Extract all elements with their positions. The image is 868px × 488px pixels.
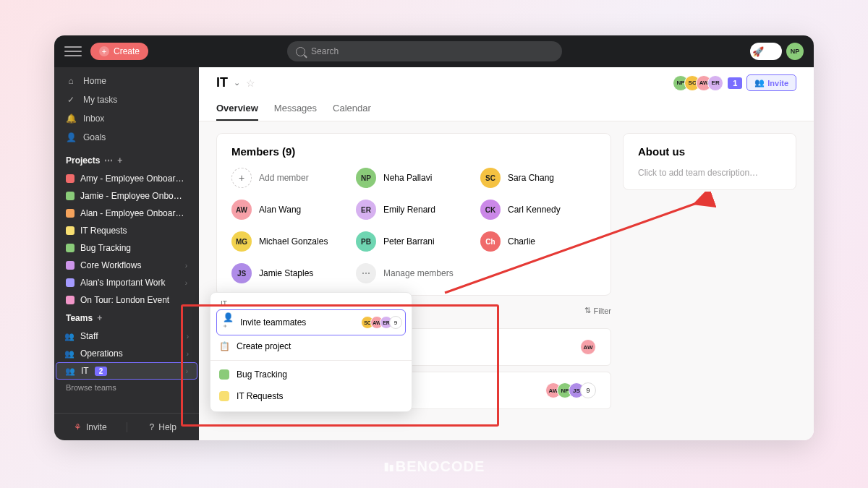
- member-name: Jamie Staples: [259, 268, 313, 278]
- dropdown-label: IT Requests: [237, 391, 283, 401]
- avatar: JS: [231, 263, 252, 283]
- sidebar-project-item[interactable]: Alan's Important Work›: [54, 274, 199, 291]
- member-item[interactable]: AWAlan Wang: [231, 200, 347, 220]
- filter-icon: ⇅: [584, 306, 591, 315]
- dropdown-item[interactable]: IT Requests: [210, 385, 412, 407]
- member-name: Peter Barrani: [383, 236, 435, 247]
- divider: [210, 360, 412, 361]
- search-input[interactable]: Search: [287, 41, 562, 61]
- member-name: Charlie: [508, 236, 535, 247]
- sidebar-project-item[interactable]: Jamie - Employee Onbo…: [54, 187, 199, 205]
- dropdown-label: Create project: [237, 341, 291, 351]
- nav-icon: ✓: [66, 95, 76, 105]
- teams-header-label: Teams: [66, 313, 93, 323]
- sidebar-team-item[interactable]: 👥Operations›: [54, 345, 199, 362]
- projects-add-icon[interactable]: +: [117, 155, 122, 166]
- invite-icon: 👤⁺: [223, 317, 233, 328]
- project-label: Core Workflows: [80, 260, 141, 270]
- add-member-button[interactable]: +Add member: [231, 168, 347, 188]
- member-item[interactable]: ChCharlie: [480, 231, 596, 252]
- mini-avatar-stack: SCAWER9: [365, 316, 402, 329]
- nav-item[interactable]: ⌂Home: [54, 72, 199, 90]
- hamburger-icon[interactable]: [64, 43, 82, 60]
- sidebar-team-item[interactable]: 👥Staff›: [54, 328, 199, 345]
- projects-header: Projects ⋯ +: [54, 151, 199, 170]
- nav-label: Goals: [83, 132, 106, 142]
- nav-item[interactable]: 🔔Inbox: [54, 109, 199, 128]
- sidebar-project-item[interactable]: Core Workflows›: [54, 257, 199, 274]
- chevron-right-icon: ›: [187, 350, 189, 358]
- dropdown-item[interactable]: 👤⁺Invite teammatesSCAWER9: [216, 309, 406, 335]
- dropdown-item[interactable]: Bug Tracking: [210, 364, 412, 385]
- nav-label: Home: [83, 76, 106, 86]
- notification-badge: 1: [728, 77, 742, 89]
- project-color-icon: [66, 209, 75, 218]
- sidebar-project-item[interactable]: Amy - Employee Onboar…: [54, 170, 199, 187]
- project-label: Amy - Employee Onboar…: [80, 174, 184, 184]
- sidebar-project-item[interactable]: Bug Tracking: [54, 239, 199, 257]
- chevron-right-icon: ›: [186, 367, 188, 375]
- projects-more-icon[interactable]: ⋯: [104, 155, 113, 166]
- main-header: IT ⌄ ☆ NPSCAWER 1 👥 Invite OverviewMessa…: [199, 67, 814, 121]
- team-label: Staff: [80, 331, 98, 341]
- invite-people-icon: ⚘: [74, 422, 82, 432]
- nav-item[interactable]: ✓My tasks: [54, 90, 199, 109]
- sidebar-project-item[interactable]: On Tour: London Event: [54, 291, 199, 309]
- member-item[interactable]: MGMichael Gonzales: [231, 231, 347, 252]
- tab-overview[interactable]: Overview: [216, 97, 258, 121]
- project-color-icon: [66, 226, 75, 235]
- avatar-count: 9: [580, 382, 596, 398]
- about-description-input[interactable]: Click to add team description…: [638, 168, 781, 178]
- star-icon[interactable]: ☆: [246, 77, 255, 89]
- project-color-icon: [66, 192, 75, 200]
- user-avatar[interactable]: NP: [786, 43, 804, 60]
- browse-teams[interactable]: Browse teams: [54, 380, 199, 395]
- tab-calendar[interactable]: Calendar: [333, 97, 371, 121]
- nav-item[interactable]: 👤Goals: [54, 128, 199, 147]
- avatar: ER: [356, 200, 376, 220]
- team-label: IT: [81, 366, 89, 376]
- member-item[interactable]: NPNeha Pallavi: [356, 168, 472, 188]
- upgrade-toggle[interactable]: 🚀: [750, 43, 782, 60]
- avatar: AW: [231, 200, 252, 220]
- member-item[interactable]: JSJamie Staples: [231, 263, 347, 283]
- dropdown-header: IT: [210, 297, 412, 309]
- title-dropdown-icon[interactable]: ⌄: [234, 78, 240, 87]
- project-color-icon: [219, 391, 229, 401]
- member-name: Neha Pallavi: [383, 173, 432, 183]
- sidebar-project-item[interactable]: Alan - Employee Onboar…: [54, 205, 199, 222]
- member-item[interactable]: EREmily Renard: [356, 200, 472, 220]
- member-avatar-stack[interactable]: NPSCAWER: [677, 75, 723, 91]
- tabs: OverviewMessagesCalendar: [216, 97, 796, 121]
- project-color-icon: [66, 278, 75, 287]
- project-label: Alan's Important Work: [80, 278, 165, 288]
- project-avatar-stack: AWNPJS9: [550, 382, 596, 398]
- manage-members-button[interactable]: ⋯Manage members: [356, 263, 472, 283]
- avatar: NP: [356, 168, 376, 188]
- member-item[interactable]: CKCarl Kennedy: [480, 200, 596, 220]
- teams-add-icon[interactable]: +: [97, 313, 102, 323]
- member-item[interactable]: PBPeter Barrani: [356, 231, 472, 252]
- tab-messages[interactable]: Messages: [274, 97, 317, 121]
- team-title: IT: [216, 75, 228, 90]
- nav-label: My tasks: [83, 95, 117, 105]
- project-label: Jamie - Employee Onbo…: [80, 191, 182, 201]
- member-name: Michael Gonzales: [259, 236, 328, 247]
- member-item[interactable]: SCSara Chang: [480, 168, 596, 188]
- project-color-icon: [66, 261, 75, 270]
- create-button[interactable]: + Create: [90, 43, 148, 60]
- filter-button[interactable]: ⇅ Filter: [584, 306, 611, 315]
- team-label: Operations: [80, 348, 123, 359]
- plus-icon: +: [231, 168, 252, 188]
- invite-footer-button[interactable]: ⚘Invite: [54, 422, 127, 432]
- help-button[interactable]: ?Help: [127, 422, 200, 432]
- sidebar: ⌂Home✓My tasks🔔Inbox👤Goals Projects ⋯ + …: [54, 67, 199, 440]
- invite-button[interactable]: 👥 Invite: [746, 74, 796, 91]
- dropdown-item[interactable]: 📋Create project: [210, 335, 412, 357]
- projects-header-label: Projects: [66, 155, 100, 166]
- sidebar-project-item[interactable]: IT Requests: [54, 222, 199, 239]
- team-badge: 2: [95, 367, 108, 376]
- help-icon: ?: [150, 422, 155, 432]
- avatar: Ch: [480, 231, 501, 252]
- sidebar-team-item[interactable]: 👥IT2›: [56, 362, 197, 380]
